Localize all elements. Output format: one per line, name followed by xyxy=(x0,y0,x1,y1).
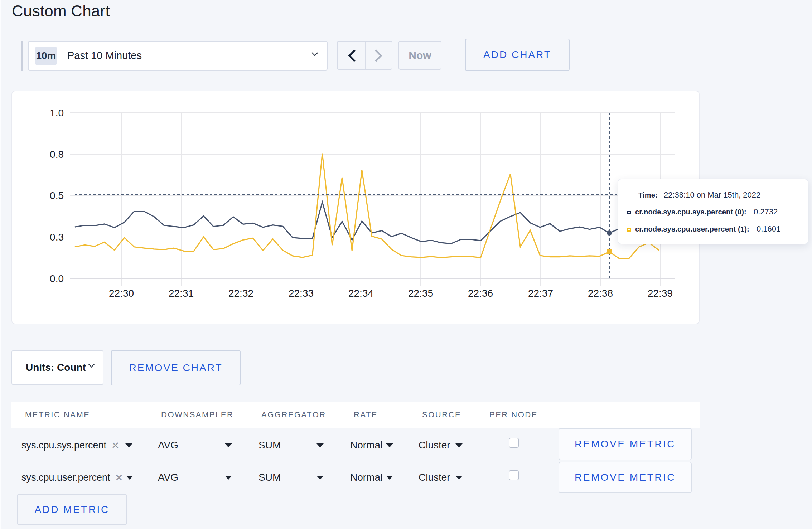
svg-text:0.8: 0.8 xyxy=(50,149,64,160)
svg-text:22:30: 22:30 xyxy=(109,288,134,299)
svg-text:22:39: 22:39 xyxy=(648,288,673,299)
svg-text:22:38: 22:38 xyxy=(588,288,613,299)
svg-text:0.5: 0.5 xyxy=(50,190,64,201)
svg-text:22:32: 22:32 xyxy=(228,288,253,299)
svg-text:22:37: 22:37 xyxy=(528,288,553,299)
svg-text:22:35: 22:35 xyxy=(408,288,433,299)
svg-text:22:36: 22:36 xyxy=(468,288,493,299)
svg-text:22:33: 22:33 xyxy=(289,288,314,299)
svg-text:22:34: 22:34 xyxy=(348,288,373,299)
svg-text:0.3: 0.3 xyxy=(50,232,64,243)
svg-text:0.0: 0.0 xyxy=(50,273,64,284)
svg-text:1.0: 1.0 xyxy=(50,107,64,118)
svg-text:22:31: 22:31 xyxy=(169,288,194,299)
